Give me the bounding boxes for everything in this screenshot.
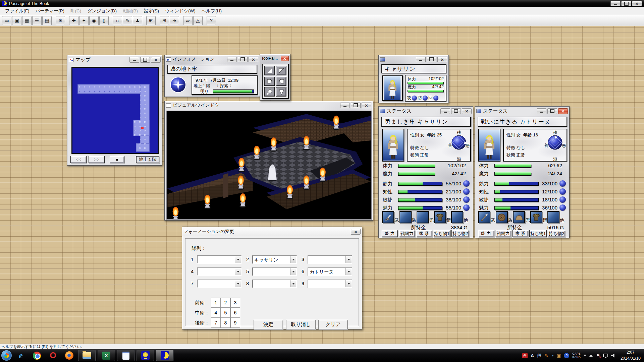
minimize-button[interactable] <box>340 103 350 108</box>
position-cell-7[interactable]: 7 <box>211 318 221 328</box>
dropdown-arrow-icon[interactable] <box>235 256 241 263</box>
toolbar-dungeon-button[interactable]: ✳ <box>56 16 65 25</box>
maximize-button[interactable] <box>427 57 436 62</box>
tab-items1[interactable]: 持ち物1 <box>529 230 547 237</box>
toolbar-door-button[interactable]: ▯ <box>99 16 109 25</box>
turn-right-button[interactable] <box>264 77 275 86</box>
other-slot[interactable] <box>451 211 463 223</box>
attack-orb-button[interactable] <box>412 96 417 101</box>
toolbar-vase-button[interactable]: ◉ <box>89 16 99 25</box>
taskbar-excel[interactable]: X <box>98 350 115 361</box>
agility-orb-button[interactable] <box>463 196 470 203</box>
toolbar-record-button[interactable]: ✎ <box>123 16 132 25</box>
charm-orb-button[interactable] <box>463 204 470 211</box>
intelligence-orb-button[interactable] <box>463 188 470 195</box>
ime-type-indicator[interactable]: 般 <box>537 353 541 359</box>
toolbar-item-button[interactable]: ✦ <box>79 16 89 25</box>
search-button[interactable] <box>264 87 275 97</box>
toolbar-layers-button[interactable]: ▱ <box>183 16 193 25</box>
shield-slot[interactable] <box>496 211 508 223</box>
close-button[interactable] <box>151 57 161 63</box>
formation-slot-8[interactable] <box>252 280 297 288</box>
toolbar-cascade-button[interactable]: ▣ <box>12 16 21 25</box>
show-hidden-icons-button[interactable] <box>589 353 593 357</box>
minimize-button[interactable] <box>537 108 546 114</box>
volume-icon[interactable] <box>611 354 615 358</box>
toolpal-titlebar[interactable]: ToolPal... <box>260 54 290 62</box>
map-stop-button[interactable]: ■ <box>110 156 124 163</box>
taskbar-notepad[interactable] <box>117 350 135 361</box>
minimize-button[interactable] <box>227 57 237 62</box>
menu-settings[interactable]: 設定(S) <box>141 7 162 15</box>
maximize-button[interactable] <box>238 57 248 62</box>
maximize-button[interactable] <box>451 108 461 114</box>
dropdown-arrow-icon[interactable] <box>345 268 352 275</box>
tab-items1[interactable]: 持ち物1 <box>433 230 450 237</box>
info-window-titlebar[interactable]: インフォメーション <box>165 55 260 63</box>
dropdown-arrow-icon[interactable] <box>290 256 296 263</box>
weapon-slot[interactable] <box>382 211 394 223</box>
formation-slot-2[interactable]: キャサリン <box>252 255 297 264</box>
status-titlebar[interactable]: ステータス <box>379 107 473 115</box>
formation-slot-3[interactable] <box>308 255 352 264</box>
menu-party[interactable]: パーティー(P) <box>33 7 67 15</box>
strength-orb-button[interactable] <box>463 180 470 187</box>
position-cell-4[interactable]: 4 <box>211 308 221 318</box>
minimize-button[interactable] <box>416 57 426 62</box>
close-button[interactable] <box>362 103 371 108</box>
app-titlebar[interactable]: Passage of The Book <box>0 0 644 7</box>
dropdown-arrow-ic[interactable] <box>290 280 296 287</box>
armor-slot[interactable] <box>530 211 542 223</box>
action-center-icon[interactable]: ⚑ <box>596 353 600 358</box>
tab-items2[interactable]: 持ち物2 <box>451 230 469 237</box>
taskbar-passage-of-the-book[interactable] <box>156 350 173 361</box>
dropdown-arrow-icon[interactable] <box>235 268 241 275</box>
turn-northwest-button[interactable] <box>276 66 286 75</box>
dropdown-arrow-icon[interactable] <box>235 280 241 287</box>
caps-kana-indicator[interactable]: CAPSKANA <box>572 352 581 359</box>
app-maximize-button[interactable] <box>621 1 631 6</box>
toolbox-icon[interactable]: ▣ <box>557 353 561 358</box>
ime-dictionary-icon[interactable]: ◔ <box>551 353 554 358</box>
ime-pad-icon[interactable]: ✎ <box>544 353 548 358</box>
dropdown-arrow-icon[interactable] <box>345 256 352 263</box>
mode-selector[interactable]: 〈 探索 〉 <box>215 83 234 88</box>
security-tray-icon[interactable]: ◎ <box>522 353 528 358</box>
formation-slot-5[interactable] <box>252 267 297 276</box>
toolbar-person-button[interactable]: ♟ <box>133 16 142 25</box>
tab-family[interactable]: 家 系 <box>512 230 528 237</box>
menu-file[interactable]: ファイル(F) <box>2 7 33 15</box>
tab-battle-power[interactable]: 戦闘力 <box>399 230 415 237</box>
close-button[interactable] <box>462 108 472 114</box>
armor-slot[interactable] <box>434 211 446 223</box>
clear-button[interactable]: クリア <box>318 320 348 329</box>
network-icon[interactable] <box>603 354 608 357</box>
toolbar-window-button[interactable]: ▭ <box>2 16 11 25</box>
close-button[interactable] <box>249 57 258 62</box>
maximize-button[interactable] <box>547 108 557 114</box>
formation-slot-6[interactable]: カトリーヌ <box>308 267 352 276</box>
maximize-button[interactable] <box>351 103 361 108</box>
taskbar-ie[interactable]: e <box>14 350 28 361</box>
toolbar-party-button[interactable]: ▤ <box>42 16 52 25</box>
confirm-button[interactable]: 決定 <box>254 320 283 329</box>
tab-items2[interactable]: 持ち物2 <box>548 230 565 237</box>
close-button[interactable] <box>437 57 447 62</box>
move-back-button[interactable] <box>276 87 286 97</box>
other-slot[interactable] <box>547 211 559 223</box>
toolbar-map-button[interactable]: ▦ <box>22 16 32 25</box>
position-cell-8[interactable]: 8 <box>221 318 230 328</box>
taskbar-explorer[interactable] <box>78 350 96 361</box>
formation-slot-1[interactable] <box>197 255 241 264</box>
taskbar-game[interactable] <box>137 350 154 361</box>
taskbar-chrome[interactable] <box>30 350 44 361</box>
status-titlebar[interactable]: ステータス <box>475 107 569 115</box>
mini-status-titlebar[interactable] <box>379 55 448 63</box>
dropdown-arrow-icon[interactable] <box>345 280 352 287</box>
intelligence-orb-button[interactable] <box>559 188 566 195</box>
map-window-titlebar[interactable]: マップ <box>67 55 162 64</box>
toolbar-terrain-button[interactable]: △ <box>193 16 203 25</box>
minimize-button[interactable] <box>440 108 450 114</box>
agility-orb-button[interactable] <box>559 196 566 203</box>
formation-slot-9[interactable] <box>308 280 352 288</box>
